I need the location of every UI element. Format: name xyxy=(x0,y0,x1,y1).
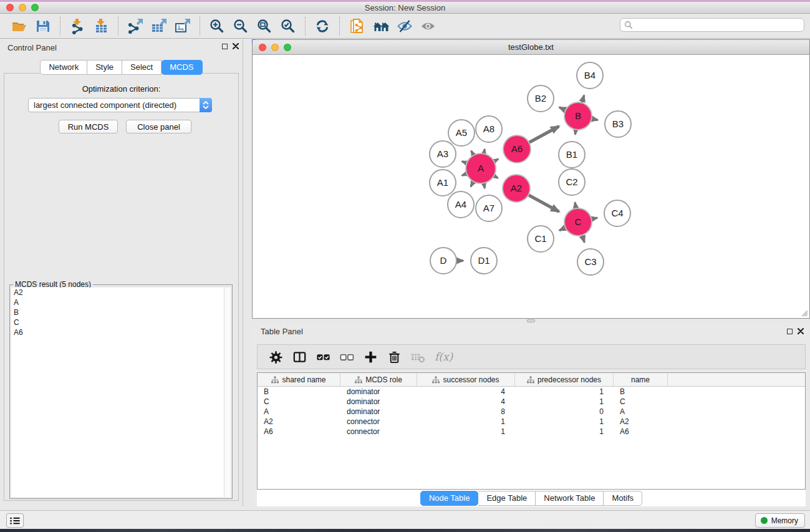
network-canvas[interactable]: A A6 A2 B C A1 A3 A4 A5 A7 A8 B1 B2 B3 B… xyxy=(253,56,809,318)
table-close-panel-icon[interactable] xyxy=(798,328,804,334)
add-button[interactable] xyxy=(359,346,382,367)
table-cell[interactable]: dominator xyxy=(340,407,417,416)
column-header-shared-name[interactable]: shared name xyxy=(258,373,340,386)
graph-node-C1[interactable]: C1 xyxy=(528,226,554,252)
graph-node-A7[interactable]: A7 xyxy=(476,195,502,221)
table-cell[interactable]: A xyxy=(258,407,340,416)
mcds-result-item[interactable]: C xyxy=(11,317,231,327)
hide-eye-button[interactable] xyxy=(393,16,415,36)
graph-node-B3[interactable]: B3 xyxy=(605,111,631,137)
export-network-button[interactable] xyxy=(125,16,146,36)
table-cell[interactable]: 1 xyxy=(515,417,614,426)
search-field[interactable] xyxy=(620,18,804,32)
network-window-titlebar[interactable]: testGlobe.txt xyxy=(253,40,809,55)
table-cell[interactable]: C xyxy=(614,397,668,406)
table-row[interactable]: Adominator80A xyxy=(258,407,805,417)
table-cell[interactable]: B xyxy=(258,387,340,396)
search-input[interactable] xyxy=(633,20,804,30)
table-cell[interactable]: 0 xyxy=(515,407,614,416)
graph-node-D1[interactable]: D1 xyxy=(471,248,497,274)
table-cell[interactable]: C xyxy=(258,397,340,406)
task-history-button[interactable] xyxy=(6,513,24,528)
graph-node-C[interactable]: C xyxy=(564,208,592,236)
select-all-button[interactable] xyxy=(312,346,334,367)
table-cell[interactable]: dominator xyxy=(340,397,417,406)
gear-button[interactable] xyxy=(264,346,287,367)
tab-network-table[interactable]: Network Table xyxy=(536,491,604,506)
show-eye-button[interactable] xyxy=(417,16,438,36)
table-cell[interactable]: connector xyxy=(340,417,417,426)
float-panel-icon[interactable] xyxy=(222,44,228,49)
table-cell[interactable]: 4 xyxy=(417,387,515,396)
table-row[interactable]: Cdominator41C xyxy=(258,397,805,407)
trash-button[interactable] xyxy=(383,346,405,367)
graph-node-A5[interactable]: A5 xyxy=(448,120,475,146)
column-header-predecessor-nodes[interactable]: predecessor nodes xyxy=(515,373,614,386)
mcds-list-scrollbar[interactable] xyxy=(224,288,231,497)
column-header-successor-nodes[interactable]: successor nodes xyxy=(417,373,515,386)
memory-button[interactable]: Memory xyxy=(755,513,805,528)
close-panel-icon[interactable] xyxy=(233,43,239,49)
import-table-button[interactable] xyxy=(90,16,112,36)
home-button[interactable] xyxy=(370,16,391,36)
table-cell[interactable]: A6 xyxy=(614,427,668,436)
open-folder-button[interactable] xyxy=(9,16,30,36)
graph-node-A4[interactable]: A4 xyxy=(448,191,474,218)
graph-node-A2[interactable]: A2 xyxy=(503,175,530,202)
graph-node-A6[interactable]: A6 xyxy=(503,135,531,163)
import-network-button[interactable] xyxy=(67,16,88,36)
mcds-result-item[interactable]: A2 xyxy=(11,288,231,297)
close-panel-button[interactable]: Close panel xyxy=(126,120,191,133)
split-divider-handle[interactable] xyxy=(527,319,535,322)
table-cell[interactable]: 1 xyxy=(515,387,614,396)
table-row[interactable]: A2connector11A2 xyxy=(258,417,805,427)
column-header-name[interactable]: name xyxy=(614,373,668,386)
network-graph[interactable]: A A6 A2 B C A1 A3 A4 A5 A7 A8 B1 B2 B3 B… xyxy=(253,56,809,318)
graph-node-A3[interactable]: A3 xyxy=(430,141,456,167)
zoom-selected-button[interactable] xyxy=(277,16,299,36)
graph-node-A8[interactable]: A8 xyxy=(476,116,502,142)
mcds-result-item[interactable]: A6 xyxy=(11,327,231,337)
graph-node-C4[interactable]: C4 xyxy=(604,200,630,226)
deselect-all-button[interactable] xyxy=(335,346,358,367)
tab-node-table[interactable]: Node Table xyxy=(420,491,479,506)
graph-node-B1[interactable]: B1 xyxy=(559,142,585,168)
save-button[interactable] xyxy=(32,16,54,36)
graph-node-A[interactable]: A xyxy=(466,153,496,183)
columns-button[interactable] xyxy=(288,346,311,367)
tab-select[interactable]: Select xyxy=(122,60,162,75)
table-cell[interactable]: B xyxy=(614,387,668,396)
export-image-button[interactable] xyxy=(172,16,193,36)
table-cell[interactable]: 1 xyxy=(417,417,515,426)
table-cell[interactable]: 4 xyxy=(417,397,515,406)
zoom-out-button[interactable] xyxy=(230,16,251,36)
column-header-MCDS-role[interactable]: MCDS role xyxy=(340,373,417,386)
refresh-button[interactable] xyxy=(312,16,333,36)
mcds-result-item[interactable]: A xyxy=(11,297,231,307)
tab-style[interactable]: Style xyxy=(87,60,122,75)
tab-motifs[interactable]: Motifs xyxy=(604,491,642,506)
graph-node-C2[interactable]: C2 xyxy=(559,169,585,195)
table-row[interactable]: Bdominator41B xyxy=(258,387,805,397)
resize-grip-icon[interactable] xyxy=(801,309,808,317)
graph-node-B[interactable]: B xyxy=(564,102,592,130)
tab-edge-table[interactable]: Edge Table xyxy=(478,491,536,506)
network-file-button[interactable] xyxy=(346,16,367,36)
node-table[interactable]: shared name MCDS role successor nodes pr… xyxy=(257,372,806,490)
table-cell[interactable]: A2 xyxy=(614,417,668,426)
run-mcds-button[interactable]: Run MCDS xyxy=(59,120,118,133)
table-cell[interactable]: A2 xyxy=(258,417,340,426)
table-cell[interactable]: 1 xyxy=(417,427,515,436)
tab-network[interactable]: Network xyxy=(40,60,87,75)
export-table-button[interactable] xyxy=(148,16,170,36)
table-cell[interactable]: 1 xyxy=(515,397,614,406)
criterion-dropdown[interactable]: largest connected component (directed) xyxy=(28,98,212,112)
graph-node-D[interactable]: D xyxy=(430,248,456,274)
table-cell[interactable]: A6 xyxy=(258,427,340,436)
table-cell[interactable]: connector xyxy=(340,427,417,436)
graph-node-C3[interactable]: C3 xyxy=(577,249,604,275)
table-cell[interactable]: dominator xyxy=(340,387,417,396)
mcds-result-list[interactable]: A2ABCA6 xyxy=(11,288,231,497)
table-cell[interactable]: 1 xyxy=(515,427,614,436)
zoom-in-button[interactable] xyxy=(206,16,228,36)
